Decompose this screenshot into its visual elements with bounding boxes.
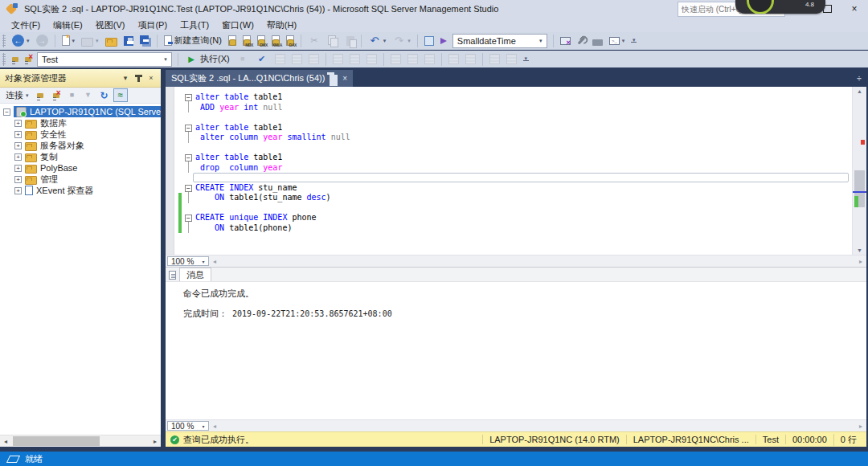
collapse-icon[interactable]: − (3, 108, 10, 116)
code-line-11[interactable]: ON table1(stu_name desc) (166, 193, 852, 203)
oe-refresh-button[interactable]: ↻ (97, 88, 112, 102)
parse-button[interactable]: ✔ (253, 51, 271, 67)
toolbar-overflow-button[interactable]: ▾ (631, 39, 637, 43)
oe-scroll-track[interactable] (11, 435, 149, 447)
scroll-up-icon[interactable]: ▲ (853, 88, 866, 94)
new-window-button[interactable]: >_▾ (607, 35, 628, 47)
activity-monitor-button[interactable]: ≈ (113, 88, 128, 102)
save-button[interactable] (121, 35, 136, 47)
oe-connect-server-button[interactable] (33, 88, 47, 102)
tree-node-server[interactable]: −LAPTOP-JR91Q1NC (SQL Server 14.0 (0, 106, 161, 117)
new-dax-query-button[interactable]: DAX (284, 34, 297, 47)
open-folder-button[interactable] (103, 34, 120, 48)
editor-zoom-combobox[interactable]: 100 % ▾ (167, 256, 209, 266)
code-line-3[interactable] (166, 112, 852, 123)
template-parameters-button[interactable] (438, 36, 449, 46)
sql-code-editor[interactable]: −alter table table1 ADD year int null−al… (166, 87, 866, 255)
new-project-button[interactable]: ▾ (59, 34, 78, 47)
oe-scroll-thumb[interactable] (13, 436, 100, 446)
code-line-8[interactable]: drop column year (166, 163, 852, 174)
scroll-right-icon[interactable]: ▸ (855, 258, 866, 265)
toolbar-overflow-button[interactable]: ▾ (523, 57, 529, 61)
tree-node-PolyBase[interactable]: +PolyBase (0, 162, 161, 174)
expand-icon[interactable]: + (14, 131, 22, 138)
editor-hscroll-track[interactable] (220, 255, 855, 267)
new-dmx-query-button[interactable]: DMX (255, 34, 268, 47)
code-line-7[interactable]: −alter table table1 (166, 153, 852, 163)
scroll-right-icon[interactable]: ▸ (149, 438, 161, 445)
change-connection-button[interactable] (10, 55, 21, 63)
code-area[interactable]: −alter table table1 ADD year int null−al… (166, 92, 852, 233)
toolbar-grip[interactable] (2, 35, 6, 47)
pin-icon[interactable] (330, 75, 338, 86)
scroll-left-icon[interactable]: ◂ (209, 423, 220, 430)
code-line-14[interactable]: ON table1(phone) (166, 223, 852, 234)
toolbar-grip[interactable] (2, 53, 6, 66)
nav-back-button[interactable]: ←▾ (10, 33, 32, 48)
tab-sql-query[interactable]: SQL实验 2 .sql - LA...Q1NC\Chris (54)) × (166, 70, 353, 87)
server-node-selection[interactable]: LAPTOP-JR91Q1NC (SQL Server 14.0 (14, 106, 161, 117)
fold-collapse-icon[interactable]: − (185, 215, 192, 222)
messages-hscroll-track[interactable] (220, 420, 855, 431)
menu-tools[interactable]: 工具(T) (174, 19, 215, 31)
tree-node-服务器对象[interactable]: +服务器对象 (0, 140, 161, 151)
font-size-combobox[interactable]: SmalldateTime▾ (452, 34, 547, 48)
tree-node-管理[interactable]: +管理 (0, 174, 161, 185)
expand-icon[interactable]: + (14, 142, 22, 149)
code-line-4[interactable]: −alter table table1 (166, 123, 852, 133)
scroll-left-icon[interactable]: ◂ (0, 438, 11, 445)
code-line-5[interactable]: alter column year smallint null (166, 133, 852, 143)
messages-zoom-combobox[interactable]: 100 % ▾ (167, 421, 209, 431)
menu-edit[interactable]: 编辑(E) (47, 19, 89, 31)
new-xmla-query-button[interactable]: XMLA (269, 34, 282, 47)
expand-icon[interactable]: + (14, 165, 22, 172)
menu-help[interactable]: 帮助(H) (260, 19, 303, 31)
save-all-button[interactable] (137, 35, 153, 46)
disconnect-button[interactable] (23, 55, 34, 63)
scroll-left-icon[interactable]: ◂ (209, 258, 220, 265)
tree-node-数据库[interactable]: +数据库 (0, 117, 161, 129)
toolbox-button[interactable] (590, 35, 605, 47)
oe-horizontal-scrollbar[interactable]: ◂ ▸ (0, 435, 161, 447)
scroll-down-icon[interactable]: ▼ (853, 247, 866, 253)
editor-vertical-scrollbar[interactable]: ▲ ▼ (852, 87, 866, 255)
menu-project[interactable]: 项目(P) (131, 19, 174, 31)
editor-split-handle[interactable]: ÷ (853, 74, 866, 83)
expand-icon[interactable]: + (14, 120, 22, 127)
panel-close-button[interactable]: × (145, 72, 158, 84)
code-line-13[interactable]: −CREATE unique INDEX phone (166, 213, 852, 223)
sqlcmd-mode-button[interactable] (558, 35, 573, 47)
tab-messages[interactable]: 消息 (179, 268, 211, 281)
menu-window[interactable]: 窗口(W) (215, 19, 260, 31)
code-line-6[interactable] (166, 143, 852, 153)
window-position-button[interactable]: ▾ (119, 72, 132, 84)
execute-button[interactable]: ▶执行(X) (182, 51, 232, 67)
fold-collapse-icon[interactable]: − (185, 125, 192, 132)
query-options-button[interactable] (575, 38, 588, 43)
undo-button[interactable]: ↶▾ (366, 33, 389, 49)
new-database-engine-query-button[interactable] (226, 34, 239, 47)
close-button[interactable]: × (841, 0, 868, 18)
new-query-button[interactable]: 新建查询(N) (162, 33, 224, 48)
code-line-9[interactable] (166, 173, 852, 183)
expand-icon[interactable]: + (14, 187, 22, 194)
intellisense-enabled-button[interactable] (422, 35, 436, 47)
database-combobox[interactable]: Test▾ (37, 52, 172, 67)
tree-node-安全性[interactable]: +安全性 (0, 129, 161, 140)
expand-icon[interactable]: + (14, 176, 22, 183)
code-line-12[interactable] (166, 203, 852, 214)
fold-collapse-icon[interactable]: − (185, 94, 192, 101)
oe-disconnect-button[interactable] (49, 88, 63, 102)
connect-button[interactable]: 连接▾ (3, 89, 31, 101)
code-line-2[interactable]: ADD year int null (166, 103, 852, 113)
fold-collapse-icon[interactable]: − (185, 154, 192, 161)
code-line-1[interactable]: −alter table table1 (166, 92, 852, 103)
tree-node-复制[interactable]: +复制 (0, 151, 161, 162)
code-line-10[interactable]: −CREATE INDEX stu_name (166, 183, 852, 194)
menu-view[interactable]: 视图(V) (89, 19, 132, 31)
menu-file[interactable]: 文件(F) (5, 19, 47, 31)
object-explorer-header[interactable]: 对象资源管理器 ▾ × (0, 69, 161, 88)
expand-icon[interactable]: + (14, 153, 22, 161)
tab-close-icon[interactable]: × (342, 74, 347, 83)
scroll-right-icon[interactable]: ▸ (855, 423, 866, 430)
